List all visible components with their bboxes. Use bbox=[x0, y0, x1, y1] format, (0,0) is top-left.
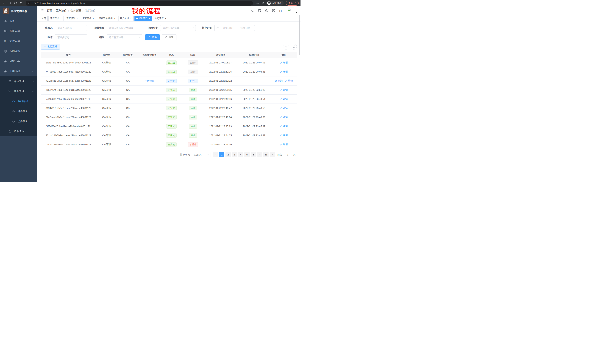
cell-status: 已完成 bbox=[161, 140, 182, 149]
password-manager-button[interactable] bbox=[255, 1, 260, 6]
page-scrollbar[interactable] bbox=[299, 7, 300, 182]
create-process-button[interactable]: 发起流程 bbox=[41, 44, 60, 49]
sidebar-collapse-button[interactable] bbox=[40, 9, 44, 13]
tab-我的流程[interactable]: 我的流程× bbox=[134, 16, 152, 21]
sidebar-item-请假查询[interactable]: 请假查询 bbox=[0, 126, 37, 136]
detail-link[interactable]: 详情 bbox=[280, 134, 288, 137]
show-search-button[interactable] bbox=[283, 44, 289, 49]
tab-close-icon[interactable]: × bbox=[60, 17, 62, 20]
browser-forward-button[interactable] bbox=[7, 1, 12, 6]
bookmark-button[interactable] bbox=[261, 1, 266, 6]
detail-link[interactable]: 详情 bbox=[280, 115, 288, 119]
sidebar-logo[interactable]: 芋道管理系统 bbox=[0, 6, 37, 16]
sidebar-item-首页[interactable]: 首页 bbox=[0, 16, 37, 26]
sidebar-item-任务管理[interactable]: 任务管理 bbox=[0, 86, 37, 96]
result-select[interactable] bbox=[107, 34, 142, 40]
category-select[interactable] bbox=[160, 25, 196, 31]
sidebar-item-研发工具[interactable]: 研发工具 bbox=[0, 56, 37, 66]
tab-close-icon[interactable]: × bbox=[130, 17, 132, 20]
sidebar-item-支付管理[interactable]: ¥支付管理 bbox=[0, 36, 37, 46]
chevron-down-icon[interactable] bbox=[295, 11, 298, 14]
page-size-select[interactable]: 10条/页 bbox=[192, 152, 210, 157]
cell-status: 已完成 bbox=[161, 104, 182, 113]
tab-发起流程[interactable]: 发起流程× bbox=[153, 16, 168, 21]
more-pages-button[interactable] bbox=[257, 152, 262, 157]
browser-home-button[interactable] bbox=[19, 1, 23, 6]
next-page-button[interactable] bbox=[270, 152, 275, 157]
date-range-picker[interactable]: 开始日期 - 结束日期 bbox=[214, 25, 255, 31]
goto-page-input[interactable] bbox=[284, 152, 291, 157]
status-select[interactable] bbox=[55, 34, 87, 40]
tab-close-icon[interactable]: × bbox=[148, 17, 150, 20]
status-tag: 已完成 bbox=[166, 88, 177, 92]
sidebar-item-基础设施[interactable]: 基础设施 bbox=[0, 46, 37, 56]
detail-link[interactable]: 详情 bbox=[285, 79, 293, 82]
tab-close-icon[interactable]: × bbox=[92, 17, 94, 20]
detail-link[interactable]: 详情 bbox=[280, 70, 288, 73]
tab-close-icon[interactable]: × bbox=[114, 17, 116, 20]
tab-流程模型[interactable]: 流程模型× bbox=[65, 16, 80, 21]
sidebar-item-工作流程[interactable]: 工作流程 bbox=[0, 66, 37, 76]
detail-link[interactable]: 详情 bbox=[280, 125, 288, 128]
reset-button[interactable]: 重置 bbox=[162, 34, 176, 40]
detail-link[interactable]: 详情 bbox=[280, 106, 288, 110]
breadcrumb-separator: / bbox=[83, 9, 83, 12]
current-task-link[interactable]: 一级审批 bbox=[145, 79, 155, 83]
cell-status: 已完成 bbox=[161, 58, 182, 67]
page-button-6[interactable]: 6 bbox=[251, 152, 256, 157]
tab-首页[interactable]: 首页 bbox=[40, 16, 48, 21]
cell-actions: 详情 bbox=[271, 113, 297, 122]
flow-icon bbox=[8, 90, 11, 93]
tab-用户分组[interactable]: 用户分组× bbox=[118, 16, 133, 21]
sidebar-item-已办任务[interactable]: 已办任务 bbox=[0, 116, 37, 126]
url-bar[interactable]: 不安全 dashboard.yudao.iocoder.cn/bpm/task/… bbox=[26, 1, 253, 6]
browser-menu-icon[interactable] bbox=[294, 2, 297, 4]
sidebar-item-label: 支付管理 bbox=[10, 39, 20, 43]
detail-link[interactable]: 详情 bbox=[280, 97, 288, 101]
sidebar-item-待办任务[interactable]: 待办任务 bbox=[0, 106, 37, 116]
process-name-input[interactable] bbox=[55, 25, 87, 31]
github-icon[interactable] bbox=[258, 9, 261, 12]
tab-close-icon[interactable]: × bbox=[76, 17, 78, 20]
browser-back-button[interactable] bbox=[2, 1, 7, 6]
detail-link[interactable]: 详情 bbox=[280, 88, 288, 91]
detail-link[interactable]: 详情 bbox=[280, 61, 288, 64]
search-button[interactable]: 搜索 bbox=[145, 34, 160, 40]
tab-流程定义[interactable]: 流程定义× bbox=[49, 16, 64, 21]
fullscreen-icon[interactable] bbox=[272, 9, 275, 12]
tab-close-icon[interactable]: × bbox=[165, 17, 167, 20]
header-search-icon[interactable] bbox=[251, 9, 254, 12]
page-button-3[interactable]: 3 bbox=[232, 152, 237, 157]
page-button-5[interactable]: 5 bbox=[244, 152, 250, 157]
breadcrumb-task[interactable]: 任务管理 bbox=[70, 9, 81, 12]
prev-page-button[interactable] bbox=[213, 152, 218, 157]
page-button-2[interactable]: 2 bbox=[225, 152, 231, 157]
browser-reload-button[interactable] bbox=[13, 1, 18, 6]
process-def-input[interactable] bbox=[107, 25, 142, 31]
sidebar-item-系统管理[interactable]: 系统管理 bbox=[0, 26, 37, 36]
tab-流程表单[interactable]: 流程表单× bbox=[81, 16, 96, 21]
help-icon[interactable] bbox=[265, 9, 268, 12]
page-button-4[interactable]: 4 bbox=[238, 152, 243, 157]
cancel-link[interactable]: 取消 bbox=[275, 79, 282, 82]
refresh-table-button[interactable] bbox=[291, 44, 297, 49]
page-button-1[interactable]: 1 bbox=[219, 152, 224, 157]
table-row: 3ad174fb-7b9d-11ec-8404-acde48001122OA 请… bbox=[41, 58, 297, 67]
calendar-icon bbox=[216, 27, 219, 29]
browser-update-button[interactable]: 更新 bbox=[286, 1, 299, 6]
scrollbar-thumb[interactable] bbox=[299, 15, 300, 55]
tab-流程表单-编辑[interactable]: 流程表单-编辑× bbox=[97, 16, 117, 21]
start-date-placeholder[interactable]: 开始日期 bbox=[220, 26, 235, 30]
cell-actions: 详情 bbox=[271, 58, 297, 67]
breadcrumb-workflow[interactable]: 工作流程 bbox=[56, 9, 67, 12]
sidebar-item-我的流程[interactable]: 我的流程 bbox=[0, 96, 37, 106]
avatar[interactable] bbox=[287, 7, 294, 14]
detail-link[interactable]: 详情 bbox=[280, 143, 288, 146]
user-menu[interactable] bbox=[287, 7, 298, 14]
end-date-placeholder[interactable]: 结束日期 bbox=[238, 26, 253, 30]
sidebar-item-流程管理[interactable]: 流程管理 bbox=[0, 76, 37, 86]
security-label: 不安全 bbox=[32, 1, 39, 5]
font-size-icon[interactable]: tT bbox=[279, 9, 283, 13]
page-button-11[interactable]: 11 bbox=[263, 152, 269, 157]
breadcrumb-home[interactable]: 首页 bbox=[47, 9, 52, 12]
